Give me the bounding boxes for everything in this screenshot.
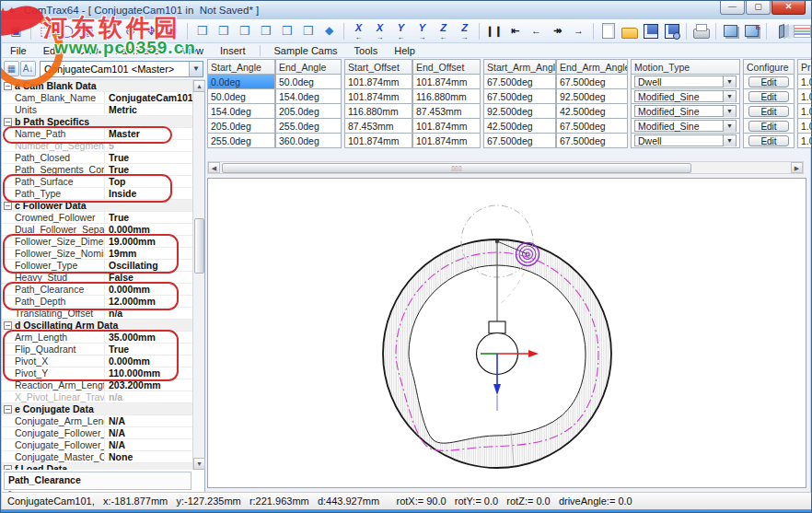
grid-row[interactable]: Pivot_X0.000mm [2,356,193,367]
menu-insert[interactable]: Insert [212,45,254,56]
step-back-icon[interactable]: ← [527,21,546,41]
cell-end_arm_angle[interactable]: 42.500deg [556,104,628,119]
scroll-down-icon[interactable]: ▼ [193,458,205,470]
property-value[interactable]: 0.000mm [105,356,193,367]
grid-row[interactable]: Path_TypeInside [2,188,193,200]
view-cube-top-icon[interactable]: ❒ [277,21,296,41]
grid-category[interactable]: –e Conjugate Data [2,403,193,415]
cell-start_offset[interactable]: 101.874mm [344,75,412,89]
grid-row[interactable]: Follower_Size_Dimensional19.000mm [2,236,193,248]
menu-cad[interactable]: CAD [69,45,107,56]
view-wireframe-icon[interactable]: ◎ [99,21,119,41]
grid-row[interactable]: Dual_Follower_Separation0.000mm [2,224,193,236]
property-value[interactable]: Inside [105,188,193,199]
cell-end_arm_angle[interactable]: 67.500deg [556,134,628,148]
cam-stack-icon[interactable] [771,21,791,41]
property-grid-scrollbar[interactable]: ▲ ▼ [192,80,204,470]
edit-button[interactable]: Edit [748,91,789,102]
view-cube-bottom-icon[interactable]: ❒ [298,21,318,41]
menu-fabrication[interactable]: Fabrication [107,45,173,56]
cell-end_angle[interactable]: 360.0deg [275,134,342,148]
view-shaded-icon[interactable]: ◉ [78,21,98,41]
chevron-down-icon[interactable]: ▼ [189,62,203,76]
cell-end_offset[interactable]: 87.453mm [412,104,481,119]
cam-export-e-icon[interactable] [742,21,761,41]
table-horizontal-scrollbar[interactable]: ◀ ▯▯▯ ▶ [207,161,804,174]
cell-end_offset[interactable]: 116.880mm [412,89,481,104]
view-cube-front-icon[interactable]: ❒ [192,21,212,41]
property-value[interactable]: 5 [105,140,193,151]
cell-end_arm_angle[interactable]: 92.500deg [556,89,628,104]
chevron-down-icon[interactable]: ▼ [723,121,736,132]
cam-export-icon[interactable] [721,21,740,41]
edit-button[interactable]: Edit [748,135,789,146]
chevron-down-icon[interactable]: ▼ [723,76,736,87]
property-value[interactable]: Top [105,176,193,187]
minimize-button[interactable]: — [720,1,745,15]
menu-view[interactable]: View [173,45,212,56]
cell-start_angle[interactable]: 0.0deg [207,75,275,89]
column-header-end_angle[interactable]: End_Angle [275,59,342,75]
property-value[interactable]: 203.200mm [105,379,193,391]
column-header-start_angle[interactable]: Start_Angle [207,59,275,75]
property-value[interactable]: 35.000mm [105,332,193,343]
zoom-fit-icon[interactable]: ◯ [57,21,76,41]
motion-type-dropdown[interactable]: Dwell▼ [634,134,737,146]
grid-row[interactable]: Arm_Length35.000mm [2,332,193,344]
cell-start_offset[interactable]: 101.874mm [344,89,412,104]
grid-row[interactable]: Translating_Offsetn/a [2,308,193,320]
chevron-down-icon[interactable]: ▼ [723,91,736,102]
grid-row[interactable]: Path_ClosedTrue [2,152,193,164]
cell-end_offset[interactable]: 101.874mm [412,75,481,89]
grid-row[interactable]: Conjugate_Master_CamPathNone [2,451,193,463]
motion-type-dropdown[interactable]: Modified_Sine▼ [634,105,737,117]
grid-row[interactable]: Conjugate_Follower_Center_DN/A [2,439,193,451]
pan-view-icon[interactable]: ✥ [142,21,161,41]
edit-button[interactable]: Edit [748,76,789,87]
grid-category[interactable]: –b Path Specifics [2,116,193,128]
column-header-end_arm_angle[interactable]: End_Arm_Angle [556,59,628,75]
cell-pr[interactable]: 1.0 [797,75,812,89]
grid-row[interactable]: Path_SurfaceTop [2,176,193,188]
cell-end_arm_angle[interactable]: 67.500deg [556,119,628,134]
collapse-icon[interactable]: – [4,202,12,210]
zoom-region-icon[interactable]: ⬚ [36,21,55,41]
grid-row[interactable]: Number_of_Segments5 [2,140,193,152]
grid-row[interactable]: Heavy_StudFalse [2,272,193,284]
axis-x-pos-icon[interactable]: X→ [370,21,389,41]
grid-row[interactable]: Pivot_Y110.000mm [2,367,193,379]
cell-end_angle[interactable]: 205.0deg [275,104,342,119]
axis-x-neg-icon[interactable]: X← [349,21,368,41]
axis-z-neg-icon[interactable]: Z← [434,21,453,41]
grid-row[interactable]: Follower_TypeOscillating [2,260,193,272]
grid-category[interactable]: –a Cam Blank Data [2,80,193,92]
cell-end_arm_angle[interactable]: 67.500deg [556,75,628,89]
cell-pr[interactable]: 1.0 [797,119,812,134]
property-value[interactable]: 19.000mm [105,236,193,247]
motion-curves-icon[interactable] [793,21,812,41]
segment-table[interactable]: Start_AngleEnd_AngleStart_OffsetEnd_Offs… [207,59,812,148]
cell-pr[interactable]: 1.0 [797,89,812,104]
axis-z-pos-icon[interactable]: Z→ [455,21,474,41]
cell-end_offset[interactable]: 101.874mm [412,134,481,148]
cell-end_angle[interactable]: 154.0deg [275,89,342,104]
grid-row[interactable]: Crowned_FollowerTrue [2,212,193,224]
scroll-left-icon[interactable]: ◀ [208,162,220,173]
view-cube-back-icon[interactable]: ❒ [214,21,233,41]
motion-type-dropdown[interactable]: Modified_Sine▼ [634,120,737,132]
categorized-view-icon[interactable]: ▦ [4,61,19,76]
cell-start_offset[interactable]: 87.453mm [344,119,412,134]
property-value[interactable]: 0.000mm [105,224,193,235]
property-value[interactable]: n/a [105,308,193,319]
property-value[interactable]: 110.000mm [105,367,193,379]
cell-start_arm_angle[interactable]: 67.500deg [483,75,556,89]
cell-start_offset[interactable]: 116.880mm [344,104,412,119]
cell-end_angle[interactable]: 50.0deg [275,75,342,89]
property-value[interactable]: True [105,164,193,175]
cell-pr[interactable]: 1.0 [797,104,812,119]
grid-row[interactable]: Follower_Size_Nominal19mm [2,248,193,260]
cell-end_offset[interactable]: 101.874mm [412,119,481,134]
close-button[interactable]: ✕ [771,1,806,15]
collapse-icon[interactable]: – [4,321,12,330]
column-header-motion_type[interactable]: Motion_Type [631,59,740,75]
